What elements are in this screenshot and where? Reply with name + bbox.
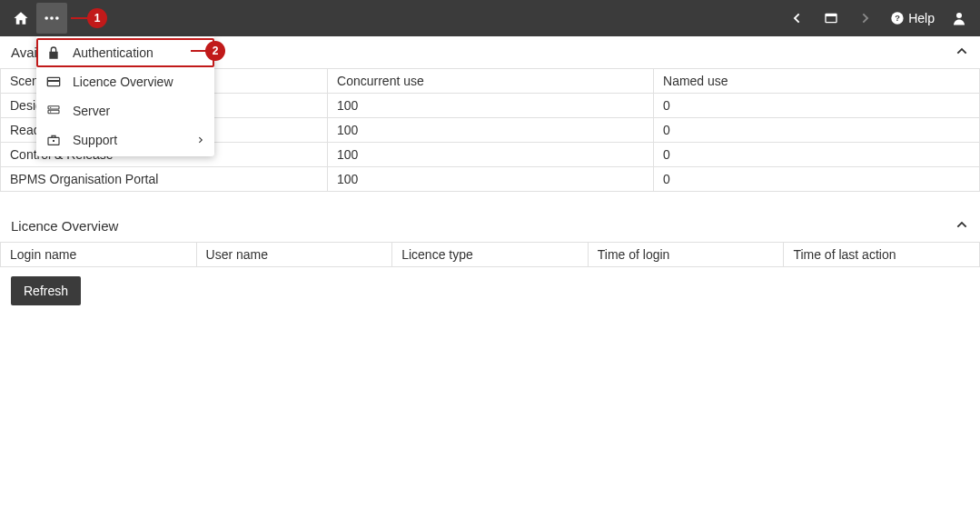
chevron-right-icon <box>196 133 205 147</box>
help-icon: ? <box>890 11 905 25</box>
chevron-up-icon <box>955 217 969 235</box>
cell-named: 0 <box>654 118 980 143</box>
more-menu: Authentication Licence Overview Server S… <box>36 36 214 156</box>
svg-rect-16 <box>53 140 54 142</box>
user-icon <box>951 10 967 26</box>
more-menu-button[interactable] <box>36 3 67 34</box>
home-button[interactable] <box>5 3 36 34</box>
lock-icon <box>45 45 62 61</box>
chevron-right-icon <box>858 11 873 25</box>
menu-item-label: Licence Overview <box>73 75 205 89</box>
cell-concurrent: 100 <box>328 143 654 167</box>
user-button[interactable] <box>944 3 975 34</box>
topbar: ? Help <box>0 0 980 36</box>
col-header[interactable]: Concurrent use <box>328 69 654 94</box>
cell-named: 0 <box>654 167 980 192</box>
nav-back-button[interactable] <box>781 3 812 34</box>
col-header[interactable]: User name <box>196 243 392 267</box>
support-icon <box>45 132 62 148</box>
svg-rect-11 <box>48 110 59 113</box>
menu-item-licence-overview[interactable]: Licence Overview <box>36 67 214 96</box>
cell-named: 0 <box>654 94 980 118</box>
table-header-row: Login name User name Licence type Time o… <box>1 243 980 267</box>
licence-overview-table: Login name User name Licence type Time o… <box>0 242 980 267</box>
svg-point-1 <box>50 16 54 20</box>
window-icon <box>824 11 838 25</box>
svg-rect-4 <box>826 14 836 16</box>
svg-rect-9 <box>47 80 59 82</box>
section-header-overview[interactable]: Licence Overview <box>0 210 980 242</box>
chevron-left-icon <box>789 11 804 25</box>
svg-text:?: ? <box>895 14 900 23</box>
nav-forward-button <box>850 3 881 34</box>
server-icon <box>45 103 62 119</box>
svg-point-12 <box>50 107 51 108</box>
menu-item-server[interactable]: Server <box>36 96 214 125</box>
chevron-up-icon <box>955 44 969 61</box>
menu-item-label: Server <box>73 104 205 118</box>
menu-item-support[interactable]: Support <box>36 125 214 155</box>
cell-concurrent: 100 <box>328 118 654 143</box>
menu-item-label: Support <box>73 133 185 147</box>
home-icon <box>13 10 29 26</box>
window-button[interactable] <box>816 3 846 34</box>
help-label: Help <box>908 11 935 25</box>
col-header[interactable]: Time of last action <box>784 243 980 267</box>
help-button[interactable]: ? Help <box>885 11 940 25</box>
col-header[interactable]: Login name <box>1 243 197 267</box>
cell-concurrent: 100 <box>328 167 654 192</box>
svg-rect-15 <box>52 135 55 137</box>
cell-concurrent: 100 <box>328 94 654 118</box>
card-icon <box>45 74 62 90</box>
cell-named: 0 <box>654 143 980 167</box>
menu-item-authentication[interactable]: Authentication <box>36 38 214 67</box>
table-row[interactable]: BPMS Organisation Portal 100 0 <box>1 167 980 192</box>
svg-point-2 <box>55 16 59 20</box>
ellipsis-icon <box>43 9 61 27</box>
col-header[interactable]: Time of login <box>588 243 784 267</box>
svg-point-13 <box>50 111 51 112</box>
col-header[interactable]: Named use <box>654 69 980 94</box>
cell-scenario: BPMS Organisation Portal <box>1 167 328 192</box>
section-title: Licence Overview <box>11 218 118 234</box>
svg-point-7 <box>956 13 962 18</box>
svg-rect-10 <box>48 106 59 109</box>
col-header[interactable]: Licence type <box>392 243 589 267</box>
menu-item-label: Authentication <box>73 45 205 60</box>
svg-point-0 <box>45 16 48 20</box>
refresh-button[interactable]: Refresh <box>11 276 81 305</box>
